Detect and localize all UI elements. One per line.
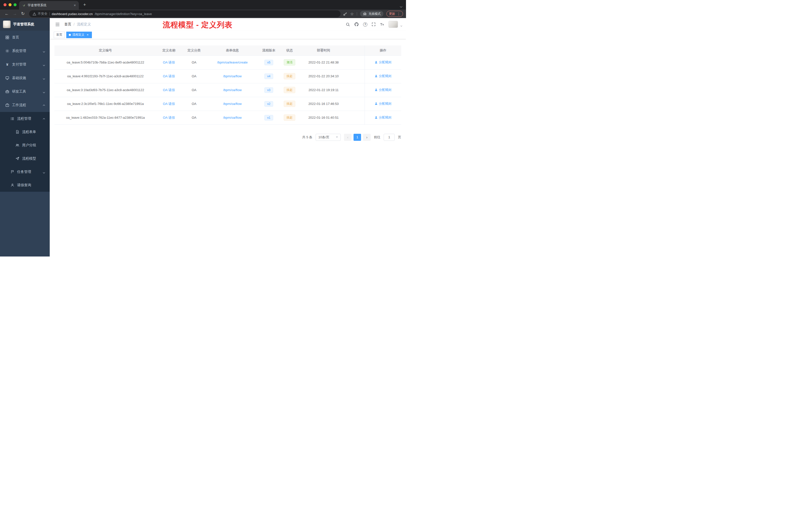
assign-rule-button[interactable]: 分配规则 [375,74,392,78]
sidebar-item-user-group[interactable]: 用户分组 [0,139,50,152]
github-icon[interactable] [354,22,359,27]
incognito-badge: 无痕模式 [360,11,383,17]
forward-button[interactable]: → [11,10,19,17]
definition-name-link[interactable]: OA 请假 [163,88,175,92]
tab-title: 芋道管理系统 [28,3,71,7]
tag-home[interactable]: 首页 [54,32,65,38]
assign-rule-button[interactable]: 分配规则 [375,102,392,106]
definition-name-link[interactable]: OA 请假 [163,116,175,119]
browser-tab[interactable]: 芋道管理系统 × [19,1,79,9]
logo-title: 芋道管理系统 [13,22,34,27]
status-badge: 挂起 [284,101,295,107]
incognito-spy-icon [363,12,367,16]
status-badge: 挂起 [284,73,295,79]
fullscreen-icon[interactable] [372,22,376,26]
col-form-info: 表单信息 [207,46,258,56]
sidebar-toggle-button[interactable] [54,23,61,26]
sidebar-item-label: 研发工具 [12,89,26,94]
sidebar-item-label: 请假查询 [17,183,31,187]
person-icon [375,116,378,119]
page-size-value: 10条/页 [318,135,329,140]
cell-deploy-time: 2022-01-16 01:40:51 [299,111,347,124]
form-link[interactable]: /bpm/oa/flow [223,74,242,78]
sidebar-item-label: 工作流程 [12,103,26,108]
search-icon[interactable] [346,22,350,27]
browser-menu-icon[interactable]: ⋮ [397,12,401,16]
yen-icon: ¥ [5,62,9,66]
cell-definition-id: oa_leave:2:3c1f0ef1-76b1-11ec-9c66-a2380… [55,97,156,111]
definition-table: 定义编号 定义名称 定义分类 表单信息 流程版本 状态 部署时间 操作 oa_l… [55,46,401,125]
site-security-chip[interactable]: 不安全 [33,11,48,16]
password-key-icon[interactable] [343,12,347,16]
breadcrumb-separator: / [74,22,75,26]
pager: ‹ 1 › [344,134,371,141]
sidebar-item-workflow[interactable]: 工作流程 [0,98,50,112]
assign-rule-button[interactable]: 分配规则 [375,116,392,120]
breadcrumb-current: 流程定义 [77,22,91,27]
list-icon [10,117,14,121]
cell-deploy-time: 2022-01-22 19:19:11 [299,83,347,97]
sidebar-item-label: 流程表单 [22,130,36,134]
sidebar-item-leave-query[interactable]: 请假查询 [0,178,50,192]
form-link[interactable]: /bpm/oa/leave/create [217,60,248,64]
browser-update-button[interactable]: 更新 ⋮ [386,11,403,17]
cell-category: OA [181,111,207,124]
avatar-caret-icon[interactable] [401,23,402,27]
definition-name-link[interactable]: OA 请假 [163,74,175,78]
close-window-button[interactable] [3,3,6,6]
browser-chrome: 芋道管理系统 × + ← → ↻ 不安全 dashboard.yudao.ioc… [0,0,406,18]
goto-page-input[interactable] [384,134,395,141]
minimize-window-button[interactable] [8,3,11,6]
user-avatar[interactable] [388,21,398,28]
monitor-icon [5,76,9,80]
status-badge: 挂起 [284,115,295,121]
tab-search-button[interactable] [400,4,402,8]
page-content: 定义编号 定义名称 定义分类 表单信息 流程版本 状态 部署时间 操作 oa_l… [50,39,406,256]
tag-process-definition[interactable]: 流程定义 × [66,32,92,38]
chevron-down-icon [43,49,45,53]
form-link[interactable]: /bpm/oa/flow [223,88,242,92]
sidebar-item-label: 用户分组 [22,143,36,148]
font-size-icon[interactable] [380,22,384,26]
prev-page-button[interactable]: ‹ [344,134,351,141]
zoom-window-button[interactable] [13,3,17,6]
sidebar-item-process-model[interactable]: 流程模型 [0,152,50,165]
page-header: 首页 / 流程定义 流程模型 - 定义列表 ? [50,18,406,31]
assign-rule-button[interactable]: 分配规则 [375,88,392,92]
sidebar-item-process-form[interactable]: 流程表单 [0,125,50,139]
sidebar-item-payment[interactable]: ¥ 支付管理 [0,58,50,71]
cell-definition-id: oa_leave:1:482ec033-762a-11ec-8477-a2380… [55,111,156,124]
help-icon[interactable]: ? [363,22,367,27]
breadcrumb-home[interactable]: 首页 [64,22,71,27]
definition-name-link[interactable]: OA 请假 [163,60,175,64]
sidebar-item-system[interactable]: 系统管理 [0,44,50,58]
assign-rule-button[interactable]: 分配规则 [375,60,392,64]
sidebar-item-infrastructure[interactable]: 基础设施 [0,71,50,85]
definition-name-link[interactable]: OA 请假 [163,102,175,105]
reload-button[interactable]: ↻ [19,10,27,17]
tab-close-icon[interactable]: × [73,3,77,7]
cell-category: OA [181,56,207,69]
flag-icon [10,170,14,174]
back-button[interactable]: ← [3,10,10,17]
sidebar-item-task-management[interactable]: 任务管理 [0,165,50,178]
page-1-button[interactable]: 1 [353,134,361,141]
form-link[interactable]: /bpm/oa/flow [223,102,242,105]
sidebar-item-process-management[interactable]: 流程管理 [0,112,50,125]
form-link[interactable]: /bpm/oa/flow [223,116,242,119]
next-page-button[interactable]: › [363,134,371,141]
tag-close-icon[interactable]: × [86,33,89,37]
tab-favicon-icon [22,3,26,7]
new-tab-button[interactable]: + [82,2,87,7]
address-bar[interactable]: 不安全 dashboard.yudao.iocoder.cn/bpm/manag… [29,10,341,17]
bookmark-star-icon[interactable]: ☆ [350,11,354,16]
paper-plane-icon [15,157,20,160]
app-shell: 芋道管理系统 首页 系统管理 ¥ 支付管理 基础设施 [0,18,406,256]
chevron-up-icon [43,117,45,121]
sidebar-logo[interactable]: 芋道管理系统 [0,18,50,31]
url-domain: dashboard.yudao.iocoder.cn [52,12,93,16]
sidebar-item-devtools[interactable]: 研发工具 [0,85,50,98]
page-size-select[interactable]: 10条/页 [316,134,341,141]
sidebar-item-home[interactable]: 首页 [0,31,50,44]
col-status: 状态 [280,46,299,56]
